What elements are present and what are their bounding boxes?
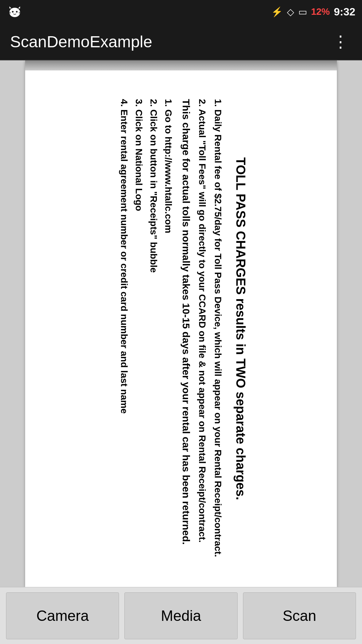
app-bar: ScanDemoExample ⋮ xyxy=(0,23,362,60)
status-bar-left xyxy=(7,4,23,20)
doc-item2: 2. Actual "Toll Fees" will go directly t… xyxy=(197,99,207,558)
bottom-bar: Camera Media Scan xyxy=(0,587,362,644)
svg-point-2 xyxy=(12,11,14,13)
status-bar: ⚡ ◇ ▭ 12% 9:32 xyxy=(0,0,362,23)
doc-step3: 3. Click on National Logo xyxy=(133,99,144,558)
camera-button[interactable]: Camera xyxy=(6,592,119,639)
svg-point-3 xyxy=(16,11,18,13)
doc-step1: 1. Go to http://www.htallc.com xyxy=(163,99,174,558)
document-content: TOLL PASS CHARGES results in TWO separat… xyxy=(25,60,337,587)
document-shadow xyxy=(25,60,337,70)
doc-heading: TOLL PASS CHARGES results in TWO separat… xyxy=(233,99,248,558)
battery-percent: 12% xyxy=(311,6,330,17)
battery-icon: ▭ xyxy=(298,6,307,17)
signal-icon: ◇ xyxy=(287,6,294,17)
doc-step4: 4. Enter rental agreement number or cred… xyxy=(119,99,129,558)
doc-item1-text: Daily Rental fee of $2.75/day for Toll P… xyxy=(213,109,223,557)
doc-step2: 2. Click on button in "Receipts" bubble xyxy=(148,99,159,558)
bluetooth-icon: ⚡ xyxy=(271,6,283,17)
main-content: TOLL PASS CHARGES results in TWO separat… xyxy=(0,60,362,587)
rotated-text-container: TOLL PASS CHARGES results in TWO separat… xyxy=(25,70,337,587)
scan-button[interactable]: Scan xyxy=(243,592,356,639)
overflow-menu-button[interactable]: ⋮ xyxy=(329,29,352,54)
time-display: 9:32 xyxy=(334,6,355,18)
app-icon xyxy=(7,4,23,20)
doc-item2-label: 2. xyxy=(197,99,207,107)
status-bar-right: ⚡ ◇ ▭ 12% 9:32 xyxy=(271,6,355,18)
document-text: TOLL PASS CHARGES results in TWO separat… xyxy=(101,86,261,572)
doc-notice: This charge for actual tolls normally ta… xyxy=(180,99,192,558)
media-button[interactable]: Media xyxy=(124,592,237,639)
doc-item2-text: Actual "Toll Fees" will go directly to y… xyxy=(197,109,207,542)
app-title: ScanDemoExample xyxy=(10,33,152,51)
doc-item1: 1. Daily Rental fee of $2.75/day for Tol… xyxy=(213,99,223,558)
document-container: TOLL PASS CHARGES results in TWO separat… xyxy=(25,60,337,587)
svg-point-1 xyxy=(9,8,20,17)
doc-item1-label: 1. xyxy=(213,99,223,107)
